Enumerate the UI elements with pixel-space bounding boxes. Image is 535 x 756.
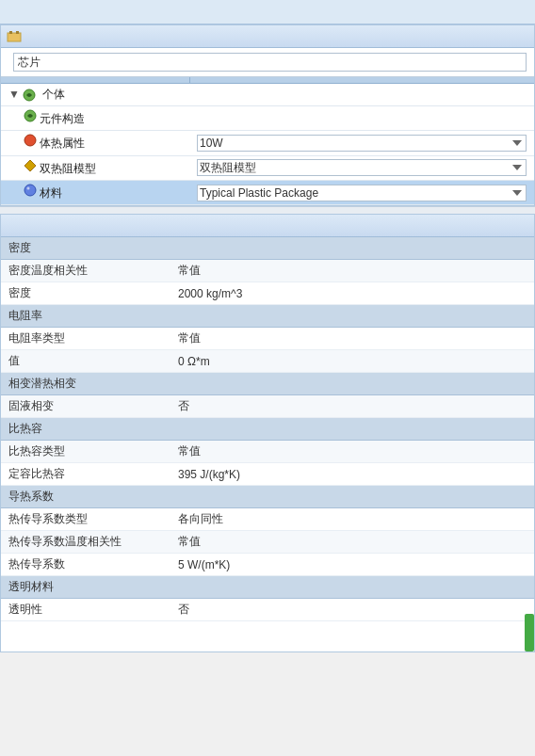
detail-row-name: 定容比热容 <box>1 463 170 486</box>
detail-row: 热传导系数 5 W/(m*K) <box>1 554 534 576</box>
section-label-density: 密度 <box>1 237 534 260</box>
detail-row: 固液相变 否 <box>1 395 534 418</box>
detail-row-name: 热传导系数类型 <box>1 508 170 531</box>
detail-row-value: 否 <box>170 599 534 621</box>
detail-row-value: 常值 <box>170 531 534 554</box>
detail-row-value: 0 Ω*m <box>170 350 534 373</box>
detail-row: 密度温度相关性 常值 <box>1 260 534 282</box>
prop-value-material[interactable]: Typical Plastic Package <box>189 180 534 204</box>
tree-item-label-thermal: 体热属性 <box>40 137 85 151</box>
tree-item-material[interactable]: 材料 Typical Plastic Package <box>1 180 534 204</box>
detail-row-value: 否 <box>170 395 534 418</box>
section-header-density: 密度 <box>1 237 534 260</box>
svg-point-8 <box>27 186 30 189</box>
thermal-icon <box>24 134 37 147</box>
svg-point-5 <box>24 135 36 146</box>
section-label-transparent: 透明材料 <box>1 576 534 599</box>
section-label-phase-change: 相变潜热相变 <box>1 373 534 395</box>
tree-item-label-structure: 元件构造 <box>40 112 85 125</box>
detail-table: 密度 密度温度相关性 常值 密度 2000 kg/m^3 电阻率 电阻率类型 常… <box>1 237 534 621</box>
detail-row-value: 常值 <box>170 441 534 463</box>
smart-component-panel: ▼ 个体 元件构造 体热属性 10W <box>0 24 535 206</box>
name-input[interactable] <box>13 53 527 72</box>
properties-table: ▼ 个体 元件构造 体热属性 10W <box>1 77 534 205</box>
tree-toggle-body[interactable]: ▼ <box>8 88 18 101</box>
detail-row: 电阻率类型 常值 <box>1 328 534 350</box>
name-row <box>1 48 534 76</box>
thermal-model-icon <box>24 159 37 172</box>
section-label-resistivity: 电阻率 <box>1 305 534 328</box>
detail-row: 值 0 Ω*m <box>1 350 534 373</box>
smart-component-header <box>1 25 534 48</box>
section-header-transparent: 透明材料 <box>1 576 534 599</box>
svg-rect-2 <box>16 31 19 34</box>
detail-row-name: 固液相变 <box>1 395 170 418</box>
detail-row-value: 5 W/(m*K) <box>170 554 534 576</box>
prop-select-thermal[interactable]: 10W <box>197 135 527 152</box>
detail-row: 透明性 否 <box>1 599 534 621</box>
structure-icon <box>24 109 37 122</box>
prop-value-thermal-model[interactable]: 双热阻模型 <box>189 155 534 180</box>
tree-item-thermal-model[interactable]: 双热阻模型 双热阻模型 <box>1 155 534 180</box>
section-label-specific-heat: 比热容 <box>1 418 534 441</box>
svg-rect-1 <box>9 31 12 34</box>
material-icon <box>24 184 37 197</box>
component-icon <box>7 29 22 44</box>
section-header-resistivity: 电阻率 <box>1 305 534 328</box>
prop-value-thermal[interactable]: 10W <box>189 131 534 155</box>
detail-row-value: 常值 <box>170 328 534 350</box>
properties-detail-header <box>1 215 534 237</box>
detail-row-name: 电阻率类型 <box>1 328 170 350</box>
tree-item-thermal[interactable]: 体热属性 10W <box>1 131 534 155</box>
detail-row-name: 热传导系数温度相关性 <box>1 531 170 554</box>
tree-group-label: 个体 <box>42 88 65 101</box>
tree-item-structure[interactable]: 元件构造 <box>1 106 534 131</box>
body-icon <box>23 88 36 102</box>
green-indicator <box>525 614 534 651</box>
detail-row: 密度 2000 kg/m^3 <box>1 282 534 305</box>
tree-item-label-material: 材料 <box>40 186 62 200</box>
detail-row-value: 2000 kg/m^3 <box>170 282 534 305</box>
detail-row-name: 比热容类型 <box>1 441 170 463</box>
prop-select-thermal-model[interactable]: 双热阻模型 <box>197 159 527 176</box>
tree-group-body[interactable]: ▼ 个体 <box>1 84 534 106</box>
section-label-thermal-conductivity: 导热系数 <box>1 486 534 508</box>
panel-separator <box>0 206 535 214</box>
detail-row: 热传导系数温度相关性 常值 <box>1 531 534 554</box>
detail-row: 热传导系数类型 各向同性 <box>1 508 534 531</box>
detail-row-value: 各向同性 <box>170 508 534 531</box>
properties-detail-panel: 密度 密度温度相关性 常值 密度 2000 kg/m^3 电阻率 电阻率类型 常… <box>0 214 535 652</box>
detail-row-name: 热传导系数 <box>1 554 170 576</box>
properties-scroll-area[interactable]: 密度 密度温度相关性 常值 密度 2000 kg/m^3 电阻率 电阻率类型 常… <box>1 237 534 651</box>
detail-row: 比热容类型 常值 <box>1 441 534 463</box>
svg-marker-6 <box>24 160 36 171</box>
svg-rect-0 <box>8 33 21 41</box>
detail-row-value: 常值 <box>170 260 534 282</box>
detail-row-name: 密度 <box>1 282 170 305</box>
detail-row: 定容比热容 395 J/(kg*K) <box>1 463 534 486</box>
prop-select-material[interactable]: Typical Plastic Package <box>197 185 527 201</box>
detail-row-name: 值 <box>1 350 170 373</box>
tree-item-label-thermal-model: 双热阻模型 <box>40 162 96 175</box>
svg-point-7 <box>24 185 36 196</box>
section-header-specific-heat: 比热容 <box>1 418 534 441</box>
section-header-phase-change: 相变潜热相变 <box>1 373 534 395</box>
detail-row-name: 密度温度相关性 <box>1 260 170 282</box>
prop-value-structure <box>189 106 534 131</box>
section-header-thermal-conductivity: 导热系数 <box>1 486 534 508</box>
detail-row-value: 395 J/(kg*K) <box>170 463 534 486</box>
title-bar <box>0 0 535 24</box>
smart-component-header-left <box>7 29 26 44</box>
detail-row-name: 透明性 <box>1 599 170 621</box>
